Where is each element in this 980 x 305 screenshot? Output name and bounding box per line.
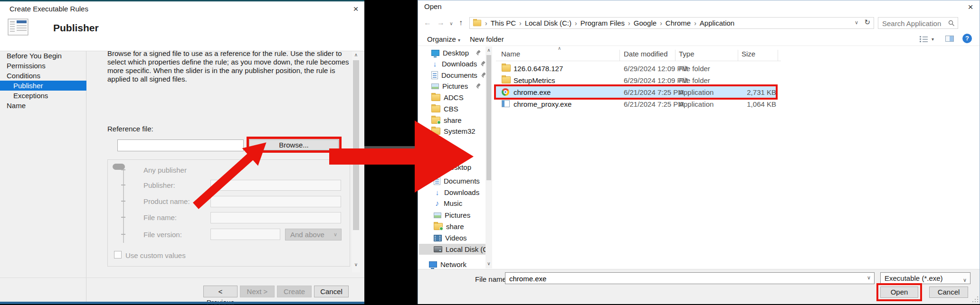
- scroll-up-icon[interactable]: ∧: [352, 52, 360, 57]
- breadcrumb: › This PC › Local Disk (C:) › Program Fi…: [473, 18, 838, 28]
- close-icon[interactable]: ×: [350, 3, 362, 15]
- slider-tick: [121, 185, 125, 185]
- scroll-down-icon[interactable]: ∨: [485, 261, 492, 266]
- sidebar-item-share-thispc[interactable]: share: [419, 221, 485, 232]
- address-bar[interactable]: › This PC › Local Disk (C:) › Program Fi…: [469, 17, 874, 29]
- column-header-name[interactable]: Name: [501, 50, 520, 58]
- footer-divider: [0, 277, 364, 278]
- sidebar-item-pictures-thispc[interactable]: Pictures: [419, 210, 485, 221]
- sidebar-item-share[interactable]: share: [419, 115, 485, 126]
- reference-file-input[interactable]: [118, 140, 243, 151]
- sidebar-item-downloads-thispc[interactable]: ↓ Downloads: [419, 187, 485, 198]
- list-view-icon[interactable]: [920, 36, 928, 42]
- refresh-icon[interactable]: ↻: [864, 18, 870, 27]
- preview-pane-icon[interactable]: [945, 36, 954, 42]
- organize-menu[interactable]: Organize ▾: [427, 34, 460, 45]
- sidebar-item-label: Desktop: [443, 49, 469, 57]
- sidebar-item-desktop[interactable]: Desktop: [419, 47, 485, 58]
- sidebar-item-documents[interactable]: Documents: [419, 70, 485, 81]
- page-description: Browse for a signed file to use as a ref…: [107, 49, 359, 83]
- resize-grip[interactable]: [972, 296, 979, 303]
- sidebar-item-music[interactable]: ♪ Music: [419, 198, 485, 209]
- sidebar-item-network[interactable]: Network: [419, 259, 485, 270]
- column-header-date-modified[interactable]: Date modified: [624, 50, 668, 58]
- cancel-button[interactable]: Cancel: [314, 286, 349, 297]
- sidebar-item-conditions[interactable]: Conditions: [0, 71, 86, 81]
- file-name-combobox[interactable]: ∨: [505, 272, 875, 284]
- file-type: Application: [679, 98, 714, 110]
- address-dropdown-icon[interactable]: ∨: [855, 19, 858, 26]
- sidebar-item-label: share: [446, 222, 464, 231]
- sidebar-item-system32[interactable]: System32: [419, 126, 485, 137]
- folder-icon: [431, 94, 440, 101]
- breadcrumb-application[interactable]: Application: [700, 19, 734, 27]
- sidebar-item-local-disk-c[interactable]: Local Disk (C:): [419, 244, 485, 255]
- breadcrumb-google[interactable]: Google: [634, 19, 657, 27]
- breadcrumb-separator: ›: [575, 19, 577, 27]
- file-row-126-0-6478-127[interactable]: 126.0.6478.127 6/29/2024 12:09 PM File f…: [496, 63, 777, 74]
- breadcrumb-program-files[interactable]: Program Files: [580, 19, 625, 27]
- scroll-down-icon[interactable]: ∨: [352, 262, 360, 267]
- file-row-chrome-proxy-exe[interactable]: chrome_proxy.exe 6/21/2024 7:25 PM Appli…: [496, 98, 777, 110]
- video-icon: [434, 235, 442, 241]
- file-type-filter-dropdown[interactable]: Executable (*.exe) ∨: [880, 272, 970, 284]
- close-icon[interactable]: ×: [964, 1, 977, 13]
- sidebar-item-publisher[interactable]: Publisher: [0, 81, 86, 91]
- sidebar-item-name[interactable]: Name: [0, 101, 86, 111]
- file-name-label: File name:: [143, 213, 177, 222]
- scrollbar-thumb[interactable]: [486, 55, 491, 180]
- breadcrumb-separator: ›: [519, 19, 522, 27]
- folder-icon: [502, 65, 511, 72]
- sidebar-item-documents-thispc[interactable]: Documents: [419, 176, 485, 186]
- file-name-input[interactable]: [508, 273, 864, 284]
- sidebar-item-cbs[interactable]: CBS: [419, 103, 485, 114]
- search-input[interactable]: [881, 18, 947, 29]
- column-divider[interactable]: [738, 50, 738, 61]
- search-box[interactable]: [878, 17, 958, 29]
- wizard-steps-sidebar: Before You Begin Permissions Conditions …: [0, 51, 86, 304]
- file-type-filter-value: Executable (*.exe): [885, 274, 943, 282]
- breadcrumb-local-disk[interactable]: Local Disk (C:): [525, 19, 571, 27]
- sidebar-item-label: Pictures: [442, 82, 468, 90]
- view-options-caret-icon[interactable]: ▾: [932, 37, 934, 42]
- chevron-down-icon: ∨: [333, 229, 337, 240]
- breadcrumb-chrome[interactable]: Chrome: [666, 19, 691, 27]
- sidebar-item-pictures[interactable]: Pictures: [419, 81, 485, 92]
- scroll-up-icon[interactable]: ∧: [485, 47, 492, 53]
- highlight-box-chrome-exe: [494, 84, 778, 100]
- column-divider[interactable]: [675, 50, 676, 61]
- product-name-label: Product name:: [143, 197, 190, 205]
- sidebar-item-permissions[interactable]: Permissions: [0, 61, 86, 71]
- use-custom-values-label: Use custom values: [125, 251, 186, 259]
- sidebar-item-desktop-thispc[interactable]: Desktop: [419, 162, 485, 173]
- up-icon[interactable]: ↑: [455, 17, 466, 28]
- download-icon: ↓: [431, 60, 438, 67]
- column-divider[interactable]: [778, 50, 778, 61]
- column-header-size[interactable]: Size: [742, 50, 755, 58]
- sidebar-item-downloads[interactable]: ↓ Downloads: [419, 58, 485, 69]
- cancel-button[interactable]: Cancel: [929, 287, 968, 298]
- slider-tick: [121, 217, 125, 218]
- sidebar-item-label: ADCS: [444, 93, 464, 102]
- sidebar-item-exceptions[interactable]: Exceptions: [0, 91, 86, 101]
- sidebar-item-adcs[interactable]: ADCS: [419, 92, 485, 103]
- column-header-row: Name ∧ Date modified Type Size: [496, 47, 781, 61]
- sidebar-item-videos[interactable]: Videos: [419, 232, 485, 243]
- help-icon[interactable]: ?: [962, 34, 972, 43]
- drive-icon: [434, 246, 442, 252]
- breadcrumb-this-pc[interactable]: This PC: [491, 19, 516, 27]
- rule-scope-slider-track: [123, 170, 124, 243]
- previous-button[interactable]: < Previous: [203, 286, 238, 297]
- sidebar-item-before-you-begin[interactable]: Before You Begin: [0, 51, 86, 61]
- highlight-box-browse: [247, 137, 342, 153]
- column-header-type[interactable]: Type: [679, 50, 695, 58]
- background-window-sliver: [364, 146, 418, 165]
- reference-file-field[interactable]: [117, 139, 244, 151]
- breadcrumb-separator: ›: [660, 19, 662, 27]
- new-folder-button[interactable]: New folder: [470, 34, 504, 45]
- scrollbar-thumb[interactable]: [353, 60, 359, 230]
- column-divider[interactable]: [619, 50, 620, 61]
- chevron-down-icon[interactable]: ∨: [867, 275, 871, 281]
- sidebar-item-label: Documents: [441, 71, 477, 79]
- document-icon: [431, 71, 438, 79]
